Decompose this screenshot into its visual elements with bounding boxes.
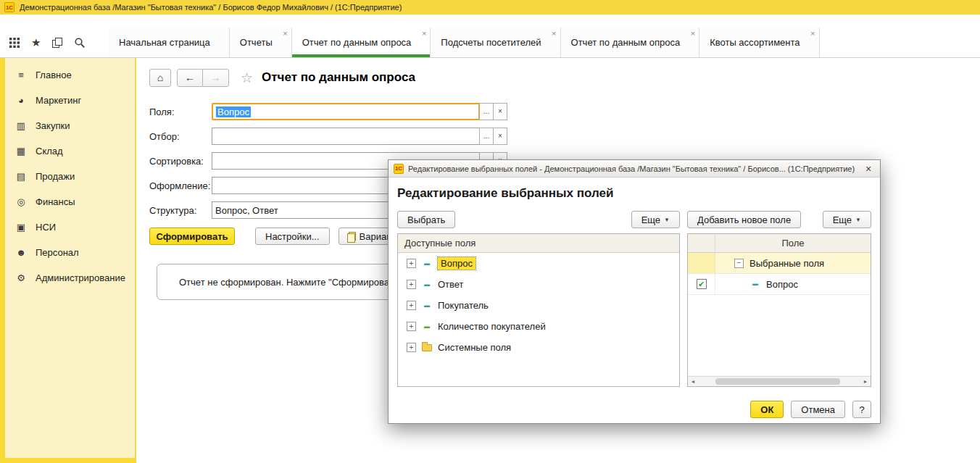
close-icon[interactable]: × [283, 30, 287, 38]
forward-arrow-icon: → [211, 72, 221, 83]
sidebar-item-label: Маркетинг [36, 95, 81, 106]
expand-icon[interactable]: + [407, 259, 416, 268]
available-more-button[interactable]: Еще ▼ [631, 211, 680, 228]
ok-button[interactable]: ОК [750, 401, 784, 418]
selected-input-text: Вопрос [216, 107, 251, 117]
settings-button[interactable]: Настройки... [255, 228, 330, 245]
tab-survey-report[interactable]: Отчет по данным опроса × [292, 28, 431, 57]
sidebar-item-marketing[interactable]: ◕ Маркетинг [5, 88, 135, 113]
available-fields-panel: Доступные поля + ▬ Вопрос + ▬ Отв [397, 233, 680, 387]
horizontal-scrollbar[interactable]: ◄ ► [688, 376, 871, 386]
window-title: Демонстрационная база /Магазин "Бытовая … [20, 3, 402, 12]
clear-button[interactable]: × [493, 128, 507, 145]
tab-survey-report-2[interactable]: Отчет по данным опроса × [561, 28, 700, 57]
quick-toolbar: ★ [0, 28, 109, 57]
tab-visitor-counts[interactable]: Подсчеты посетителей × [431, 28, 560, 57]
add-new-field-button[interactable]: Добавить новое поле [687, 211, 801, 228]
fields-input[interactable]: Вопрос [212, 103, 480, 120]
field-icon: ▬ [422, 303, 432, 309]
sidebar-item-warehouse[interactable]: ▦ Склад [5, 138, 135, 164]
sidebar-item-main[interactable]: ≡ Главное [5, 62, 135, 88]
selected-field-row-question[interactable]: ✔ ▬ Вопрос [688, 274, 871, 295]
report-variants-icon [349, 232, 356, 241]
master-data-icon: ▣ [14, 222, 28, 233]
sidebar-item-finance[interactable]: ◎ Финансы [5, 189, 135, 214]
close-icon[interactable]: × [862, 163, 875, 175]
tree-item-answer[interactable]: + ▬ Ответ [398, 274, 679, 295]
main-menu-grid-icon[interactable] [9, 37, 20, 49]
tree-item-label: Вопрос [438, 257, 476, 270]
scroll-left-icon[interactable]: ◄ [688, 377, 698, 386]
expand-icon[interactable]: + [407, 322, 416, 331]
filter-input[interactable] [212, 128, 480, 145]
tab-assortment-quotas[interactable]: Квоты ассортимента × [699, 28, 819, 57]
tab-start-page[interactable]: Начальная страница [109, 28, 230, 57]
forward-button[interactable]: → [203, 69, 229, 87]
home-button[interactable]: ⌂ [149, 69, 171, 87]
tree-item-customer-count[interactable]: + ▬ Количество покупателей [398, 316, 679, 337]
selected-fields-group-row[interactable]: − Выбранные поля [688, 253, 871, 274]
app-window: 1С Демонстрационная база /Магазин "Бытов… [0, 0, 980, 463]
sidebar-item-nsi[interactable]: ▣ НСИ [5, 214, 135, 240]
field-label: Оформление: [149, 180, 212, 191]
cancel-button[interactable]: Отмена [791, 401, 845, 418]
close-icon[interactable]: × [691, 30, 695, 38]
clear-button[interactable]: × [493, 103, 507, 120]
sidebar-item-label: Склад [36, 146, 63, 157]
sidebar-item-sales[interactable]: ▤ Продажи [5, 164, 135, 189]
dialog-body: Редактирование выбранных полей Выбрать Е… [389, 178, 880, 424]
expand-icon[interactable]: + [407, 301, 416, 310]
back-button[interactable]: ← [177, 69, 203, 87]
sidebar-item-label: Администрирование [36, 272, 125, 283]
field-row-filter: Отбор: ... × [149, 128, 980, 145]
sales-icon: ▤ [14, 171, 28, 182]
select-button[interactable]: Выбрать [397, 211, 455, 228]
close-icon[interactable]: × [810, 30, 815, 38]
tree-item-system-fields[interactable]: + Системные поля [398, 337, 679, 358]
favorites-star-icon[interactable]: ★ [31, 36, 41, 49]
history-nav: ← → [177, 69, 229, 87]
sidebar-item-label: Персонал [36, 247, 79, 258]
tree-item-customer[interactable]: + ▬ Покупатель [398, 295, 679, 316]
available-fields-column: Выбрать Еще ▼ Доступные поля + [397, 211, 680, 387]
menu-icon: ≡ [14, 70, 28, 80]
form-navigation: ⌂ ← → ☆ Отчет по данным опроса [149, 68, 980, 87]
choose-button[interactable]: ... [479, 103, 494, 120]
sidebar-item-personnel[interactable]: ☻ Персонал [5, 240, 135, 265]
close-icon[interactable]: × [422, 30, 426, 38]
tab-reports[interactable]: Отчеты × [230, 28, 292, 57]
sidebar-item-label: Финансы [36, 196, 75, 207]
sidebar-item-purchases[interactable]: ▥ Закупки [5, 113, 135, 138]
search-icon[interactable] [74, 37, 86, 49]
close-icon[interactable]: × [552, 30, 556, 38]
purchases-icon: ▥ [14, 120, 28, 131]
selected-field-label: Вопрос [766, 279, 798, 290]
scrollbar-track[interactable] [698, 377, 860, 386]
tree-item-label: Ответ [438, 279, 464, 290]
tree-item-label: Покупатель [438, 300, 489, 311]
sidebar-item-label: Главное [36, 70, 72, 80]
expand-icon[interactable]: + [407, 343, 416, 352]
choose-button[interactable]: ... [479, 128, 494, 145]
checkbox-checked[interactable]: ✔ [697, 279, 707, 289]
generate-button[interactable]: Сформировать [149, 228, 235, 245]
dialog-titlebar[interactable]: 1С Редактирование выбранных полей - Демо… [389, 160, 880, 178]
tree-item-question[interactable]: + ▬ Вопрос [398, 253, 679, 274]
collapse-icon[interactable]: − [734, 259, 744, 268]
variants-button[interactable]: Вариан [339, 228, 394, 245]
help-button[interactable]: ? [852, 401, 871, 418]
expand-icon[interactable]: + [407, 280, 416, 289]
scroll-right-icon[interactable]: ► [860, 377, 871, 386]
window-titlebar: 1С Демонстрационная база /Магазин "Бытов… [0, 0, 980, 14]
input-text: Вопрос, Ответ [215, 205, 278, 216]
home-icon: ⌂ [157, 72, 163, 83]
favorite-star-icon[interactable]: ☆ [241, 71, 253, 85]
person-icon: ☻ [14, 247, 28, 258]
history-windows-icon[interactable] [51, 37, 63, 49]
menu-strip [0, 14, 980, 28]
field-icon: ▬ [422, 282, 432, 288]
sidebar-item-administration[interactable]: ⚙ Администрирование [5, 265, 135, 291]
field-label: Отбор: [149, 131, 212, 142]
selected-more-button[interactable]: Еще ▼ [823, 211, 871, 228]
scrollbar-thumb[interactable] [715, 378, 840, 385]
